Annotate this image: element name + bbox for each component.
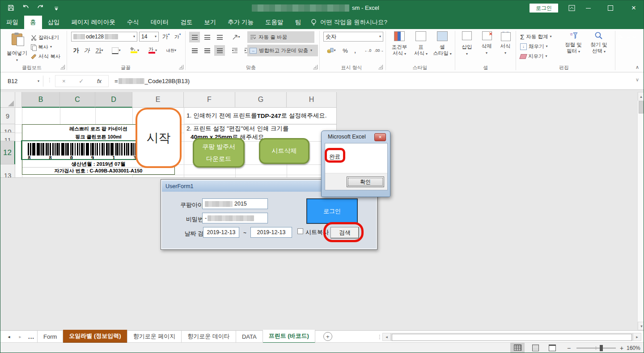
save-icon[interactable] xyxy=(5,2,17,13)
password-input[interactable]: - xyxy=(202,213,268,223)
horizontal-scrollbar[interactable] xyxy=(391,333,633,341)
insert-function-icon[interactable]: fx xyxy=(97,78,102,84)
find-select-button[interactable]: 찾기 및선택 ▾ xyxy=(586,31,611,63)
date-to-input[interactable]: 2019-12-13 xyxy=(250,227,292,238)
align-center-button[interactable] xyxy=(202,45,212,56)
col-header-H[interactable]: H xyxy=(287,92,337,108)
bottom-align-button[interactable] xyxy=(214,32,225,42)
number-dialog-launcher[interactable] xyxy=(378,65,383,69)
row-header-11[interactable]: 11 xyxy=(0,133,15,141)
share-button[interactable]: 공유 xyxy=(617,34,637,42)
dialog-close-button[interactable]: × xyxy=(374,133,386,141)
conditional-formatting-button[interactable]: 조건부서식 ▾ xyxy=(389,31,410,63)
align-left-button[interactable] xyxy=(189,45,200,56)
sheet-nav-more[interactable]: ... xyxy=(25,330,38,343)
decrease-indent-button[interactable] xyxy=(229,45,240,56)
bold-button[interactable]: 가 xyxy=(71,45,81,56)
qat-customize-icon[interactable] xyxy=(51,3,62,14)
enter-formula-icon[interactable]: ✓ xyxy=(79,78,84,84)
undo-icon[interactable] xyxy=(20,2,32,13)
col-header-A[interactable] xyxy=(15,92,22,108)
shrink-font-button[interactable]: 가▾ xyxy=(172,32,183,42)
zoom-slider-thumb[interactable] xyxy=(600,345,603,351)
hscroll-left-icon[interactable]: ◂ xyxy=(382,333,391,341)
tab-view[interactable]: 보기 xyxy=(198,16,222,29)
top-align-button[interactable] xyxy=(189,32,200,42)
row-header-10[interactable]: 10 xyxy=(0,124,15,133)
cancel-formula-icon[interactable]: × xyxy=(62,78,66,84)
copy-button[interactable]: 복사▾ xyxy=(31,42,52,51)
grow-font-button[interactable]: 가▴ xyxy=(161,32,171,42)
name-box[interactable]: B12 ▾ xyxy=(4,76,43,87)
paste-button[interactable]: 붙여넣기 ▾ xyxy=(6,32,28,62)
ribbon-display-options-icon[interactable] xyxy=(567,4,576,12)
sheet-tab-oillabel[interactable]: 오일라벨 (정보입력) xyxy=(63,330,127,344)
alignment-dialog-launcher[interactable] xyxy=(313,65,318,69)
orientation-button[interactable]: ▾ xyxy=(229,32,243,42)
minimize-button[interactable] xyxy=(579,1,597,15)
account-login-button[interactable]: 로그인 xyxy=(530,4,558,13)
sheet-copy-checkbox[interactable] xyxy=(297,228,303,234)
insert-cells-button[interactable]: 삽입▾ xyxy=(458,31,475,63)
row-header-12[interactable]: 12 xyxy=(0,141,15,164)
autosum-button[interactable]: Σ 자동 합계▾ xyxy=(520,32,552,41)
font-dialog-launcher[interactable] xyxy=(179,65,183,69)
fill-button[interactable]: ↓ 채우기▾ xyxy=(520,42,548,51)
middle-align-button[interactable] xyxy=(202,32,212,42)
zoom-level[interactable]: 160% xyxy=(627,345,640,351)
sheet-tab-form[interactable]: Form xyxy=(38,330,63,343)
select-all-corner[interactable] xyxy=(0,92,15,108)
tab-help[interactable]: 도움말 xyxy=(259,16,289,29)
font-size-combo[interactable]: 14▾ xyxy=(139,32,159,42)
page-layout-view-icon[interactable] xyxy=(528,343,542,353)
zoom-slider-track[interactable] xyxy=(576,348,616,349)
row-header-13[interactable]: 13 xyxy=(0,164,15,178)
delete-cells-button[interactable]: × 삭제▾ xyxy=(478,31,495,63)
zoom-out-icon[interactable]: − xyxy=(565,343,573,353)
fill-color-button[interactable]: ▾ xyxy=(127,45,142,56)
redo-icon[interactable] xyxy=(34,2,46,13)
zoom-in-icon[interactable]: + xyxy=(618,343,626,353)
cut-button[interactable]: 잘라내기 xyxy=(31,33,59,42)
tab-formulas[interactable]: 수식 xyxy=(121,16,145,29)
percent-style-button[interactable]: % xyxy=(340,45,350,56)
vscroll-thumb[interactable] xyxy=(639,101,644,113)
increase-decimal-button[interactable]: ←.0 xyxy=(363,45,373,56)
col-header-E[interactable]: E xyxy=(132,92,184,108)
format-as-table-button[interactable]: 표서식 ▾ xyxy=(411,31,431,63)
tab-team[interactable]: 팀 xyxy=(289,16,307,29)
tab-review[interactable]: 검토 xyxy=(174,16,198,29)
phonetic-button[interactable]: 내천▾ xyxy=(163,45,179,56)
tab-addins[interactable]: 추가 기능 xyxy=(222,16,259,29)
coupang-download-button[interactable]: 쿠팡 발주서 다운로드 xyxy=(193,138,245,168)
font-color-button[interactable]: 가 ▾ xyxy=(144,45,160,56)
format-cells-button[interactable]: ←→ 서식▾ xyxy=(497,31,514,63)
scroll-up-icon[interactable]: ▴ xyxy=(638,92,644,101)
collapse-ribbon-icon[interactable]: ∧ xyxy=(633,63,642,71)
accounting-format-button[interactable]: ▾ xyxy=(324,45,339,56)
borders-button[interactable]: ▾ xyxy=(110,45,123,56)
date-from-input[interactable]: 2019-12-13 xyxy=(203,227,239,238)
underline-button[interactable]: 가▾ xyxy=(93,45,106,56)
close-button[interactable]: × xyxy=(625,1,643,15)
sheet-nav-right-icon[interactable]: ▸ xyxy=(15,334,25,339)
sheet-tab-fragrant-page[interactable]: 향기로운 페이지 xyxy=(127,330,182,343)
col-header-F[interactable]: F xyxy=(184,92,235,108)
sheet-delete-button[interactable]: 시트삭제 xyxy=(259,138,309,164)
merge-center-button[interactable]: ↔ 병합하고 가운데 맞춤▾ xyxy=(247,45,318,56)
italic-button[interactable]: 가 xyxy=(82,45,92,56)
tab-insert[interactable]: 삽입 xyxy=(42,16,66,29)
col-header-G[interactable]: G xyxy=(235,92,287,108)
page-break-view-icon[interactable] xyxy=(545,343,559,353)
col-header-C[interactable]: C xyxy=(60,92,95,108)
new-sheet-icon[interactable]: + xyxy=(323,332,332,341)
col-header-B[interactable]: B xyxy=(22,92,60,108)
sort-filter-button[interactable]: ㅎ 정렬 및필터 ▾ xyxy=(561,31,585,63)
row-header-9[interactable]: 9 xyxy=(0,108,15,124)
tab-file[interactable]: 파일 xyxy=(0,16,24,29)
scroll-down-icon[interactable]: ▾ xyxy=(638,322,644,330)
coupang-id-input[interactable]: 2015 xyxy=(202,198,268,209)
expand-formula-bar-icon[interactable]: ∨ xyxy=(636,77,639,83)
sheet-tab-fragrant-data[interactable]: 향기로운 데이타 xyxy=(182,330,236,343)
wrap-text-button[interactable]: 자동 줄 바꿈 xyxy=(247,31,314,43)
